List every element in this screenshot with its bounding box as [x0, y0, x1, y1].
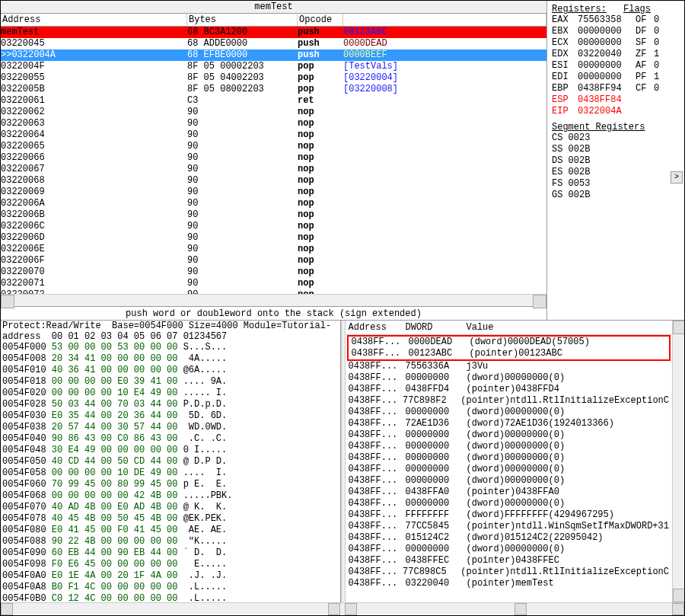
disasm-row[interactable]: 0322006D90nop [1, 232, 546, 244]
segment-row[interactable]: GS 002B [552, 190, 680, 201]
stack-row[interactable]: 0438FF...FFFFFFFF(dword)FFFFFFFF(4294967… [346, 509, 673, 521]
hex-row[interactable]: 0054F058 00 00 00 00 10 DE 49 00 .... I. [1, 468, 340, 479]
disasm-h-scrollbar[interactable] [1, 294, 546, 306]
hex-row[interactable]: 0054F070 40 AD 4B 00 E0 AD 4B 00 @ K. K. [1, 502, 340, 513]
disasm-row[interactable]: 0322005B8F 05 08002203pop[03220008] [1, 84, 546, 95]
disasm-row[interactable]: 0322006890nop [1, 175, 546, 187]
disasm-body[interactable]: memTest68 BC3A1200push00123ABC0322004568… [1, 27, 546, 294]
stack-row[interactable]: 0438FF...0438FFD4(pointer)0438FFD4 [346, 384, 673, 395]
segment-row[interactable]: SS 002B [552, 144, 680, 155]
segment-row[interactable]: ES 002B [552, 167, 680, 178]
stack-row[interactable]: 0438FF...015124C2(dword)015124C2(2209504… [346, 532, 673, 544]
stack-row[interactable]: 0438FF...00000000(dword)00000000(0) [346, 429, 673, 441]
hex-row[interactable]: 0054F018 00 00 00 00 E0 39 41 00 .... 9A… [1, 376, 340, 388]
register-row[interactable]: ECX00000000SF0 [552, 37, 680, 49]
disasm-row[interactable]: 0322006E90nop [1, 244, 546, 255]
hex-bytes: 40 AD 4B 00 E0 AD 4B 00 [52, 502, 183, 512]
stack-body[interactable]: 0438FF...7556336Aj3Vu0438FF...00000000(d… [346, 361, 673, 589]
disasm-row[interactable]: 0322006990nop [1, 187, 546, 198]
stack-row[interactable]: 0438FF...00000000(dword)00000000(0) [346, 407, 673, 418]
hex-row[interactable]: 0054F0A8 B0 F1 4C 00 00 00 00 00 .L..... [1, 582, 340, 593]
hex-row[interactable]: 0054F000 53 00 00 00 53 00 00 00 S...S..… [1, 342, 340, 353]
hex-row[interactable]: 0054F008 20 34 41 00 00 00 00 00 4A..... [1, 353, 340, 365]
stack-row[interactable]: 0438FF...00000000(dword)00000000(0) [346, 464, 673, 475]
hex-row[interactable]: 0054F010 40 36 41 00 00 00 00 00 @6A....… [1, 365, 340, 376]
disasm-row[interactable]: 0322006290nop [1, 107, 546, 118]
stack-col-dword[interactable]: DWORD [406, 322, 467, 333]
disasm-row[interactable]: 0322006490nop [1, 129, 546, 141]
disasm-row[interactable]: >>0322004A68 EFBE0000push0000BEEF [1, 49, 546, 61]
hex-row[interactable]: 0054F060 70 99 45 00 80 99 45 00 p E. E. [1, 479, 340, 490]
register-row[interactable]: EAX75563358OF0 [552, 14, 680, 26]
hex-row[interactable]: 0054F028 50 03 44 00 70 03 44 00 P.D.p.D… [1, 399, 340, 410]
stack-row-highlighted[interactable]: 0438FF...00123ABC(pointer)00123ABC [349, 348, 670, 359]
stack-h-scrollbar[interactable] [345, 603, 684, 614]
disasm-row[interactable]: 0322006390nop [1, 118, 546, 129]
register-row[interactable]: ESI00000000AF0 [552, 60, 680, 72]
hex-row[interactable]: 0054F088 90 22 4B 00 00 00 00 00 "K..... [1, 536, 340, 547]
stack-row-highlighted[interactable]: 0438FF...0000DEAD(dword)0000DEAD(57005) [349, 337, 670, 348]
stack-col-value[interactable]: Value [467, 322, 670, 333]
stack-row[interactable]: 0438FF...00000000(dword)00000000(0) [346, 372, 673, 384]
hex-row[interactable]: 0054F0B0 C0 12 4C 00 00 00 00 00 .L..... [1, 593, 340, 602]
hex-row[interactable]: 0054F048 30 E4 49 00 00 00 00 00 0 I....… [1, 445, 340, 456]
register-row[interactable]: ESP0438FF84 [552, 94, 680, 106]
disasm-row[interactable]: 0322006B90nop [1, 209, 546, 221]
stack-row[interactable]: 0438FF...00000000(dword)00000000(0) [346, 452, 673, 464]
disasm-row[interactable]: 0322006F90nop [1, 255, 546, 267]
disasm-row[interactable]: 0322006690nop [1, 152, 546, 164]
hex-row[interactable]: 0054F068 00 00 00 00 00 42 4B 00 .....PB… [1, 490, 340, 502]
register-row[interactable]: EIP0322004A [552, 106, 680, 117]
hex-row[interactable]: 0054F050 40 CD 44 00 50 CD 44 00 @ D.P D… [1, 456, 340, 468]
stack-v-scrollbar[interactable] [672, 321, 684, 602]
disasm-row[interactable]: 0322006A90nop [1, 198, 546, 209]
segment-row[interactable]: CS 0023 [552, 132, 680, 144]
hex-row[interactable]: 0054F098 F0 E6 45 00 00 00 00 00 E..... [1, 559, 340, 570]
disasm-row[interactable]: 032200558F 05 04002203pop[03220004] [1, 72, 546, 84]
register-row[interactable]: EDI00000000PF1 [552, 72, 680, 83]
stack-row[interactable]: 0438FF...00000000(dword)00000000(0) [346, 441, 673, 452]
segment-row[interactable]: DS 002B [552, 155, 680, 167]
register-row[interactable]: EBP0438FF94CF0 [552, 83, 680, 94]
disasm-row[interactable]: 03220061C3ret [1, 95, 546, 107]
disasm-row[interactable]: 0322007190nop [1, 278, 546, 289]
disasm-row[interactable]: 0322006C90nop [1, 221, 546, 232]
stack-row[interactable]: 0438FF...0438FFEC(pointer)0438FFEC [346, 555, 673, 567]
hex-row[interactable]: 0054F030 E0 35 44 00 20 36 44 00 5D. 6D. [1, 410, 340, 422]
stack-row[interactable]: 0438FF...72AE1D36(dword)72AE1D36(1924013… [346, 418, 673, 429]
col-header-address[interactable]: Address [1, 14, 187, 26]
disasm-row[interactable]: 0322006590nop [1, 141, 546, 152]
disasm-row[interactable]: 0322004568 ADDE0000push0000DEAD [1, 38, 546, 49]
stack-row[interactable]: 0438FF...00000000(dword)00000000(0) [346, 544, 673, 555]
stack-row[interactable]: 0438FF...77C898F2(pointer)ntdll.RtlIniti… [346, 395, 673, 407]
stack-row[interactable]: 0438FF...03220040(pointer)memTest [346, 578, 673, 589]
stack-row[interactable]: 0438FF...0438FFA0(pointer)0438FFA0 [346, 487, 673, 498]
hex-row[interactable]: 0054F038 20 57 44 00 30 57 44 00 WD.0WD. [1, 422, 340, 433]
hex-row[interactable]: 0054F090 60 EB 44 00 90 EB 44 00 ` D. D. [1, 547, 340, 559]
hex-row[interactable]: 0054F0A0 E0 1E 4A 00 20 1F 4A 00 .J. .J. [1, 570, 340, 582]
col-header-bytes[interactable]: Bytes [187, 14, 298, 26]
disasm-row[interactable]: 0322004F8F 05 00002203pop[TestVals] [1, 61, 546, 72]
disasm-row[interactable]: 0322006790nop [1, 164, 546, 175]
hex-h-scrollbar[interactable] [1, 603, 340, 614]
stack-row[interactable]: 0438FF...00000000(dword)00000000(0) [346, 498, 673, 509]
register-row[interactable]: EDX03220040ZF1 [552, 49, 680, 60]
hex-body[interactable]: 0054F000 53 00 00 00 53 00 00 00 S...S..… [1, 342, 340, 602]
stack-dword: 00000000 [406, 498, 467, 509]
segment-row[interactable]: FS 0053 [552, 178, 680, 190]
stack-row[interactable]: 0438FF...77CC5845(pointer)ntdll.WinSqmSe… [346, 521, 673, 532]
hex-row[interactable]: 0054F040 90 86 43 00 C0 86 43 00 .C. .C. [1, 433, 340, 445]
hex-row[interactable]: 0054F020 00 00 00 00 10 E4 49 00 ..... I… [1, 388, 340, 399]
stack-row[interactable]: 0438FF...77C898C5(pointer)ntdll.RtlIniti… [346, 567, 673, 578]
stack-row[interactable]: 0438FF...7556336Aj3Vu [346, 361, 673, 372]
disasm-row[interactable]: 0322007090nop [1, 267, 546, 278]
hex-row[interactable]: 0054F080 E0 41 45 00 F0 41 45 00 AE. AE. [1, 525, 340, 536]
hex-row[interactable]: 0054F078 40 45 4B 00 50 45 4B 00 @EK.PEK… [1, 513, 340, 525]
stack-col-address[interactable]: Address [349, 322, 406, 333]
registers-scroll-right[interactable]: > [671, 171, 683, 184]
stack-dword: 0438FFA0 [406, 487, 467, 498]
stack-row[interactable]: 0438FF...00000000(dword)00000000(0) [346, 475, 673, 487]
disasm-row[interactable]: memTest68 BC3A1200push00123ABC [1, 27, 546, 38]
register-row[interactable]: EBX00000000DF0 [552, 26, 680, 37]
col-header-opcode[interactable]: Opcode [298, 14, 343, 26]
